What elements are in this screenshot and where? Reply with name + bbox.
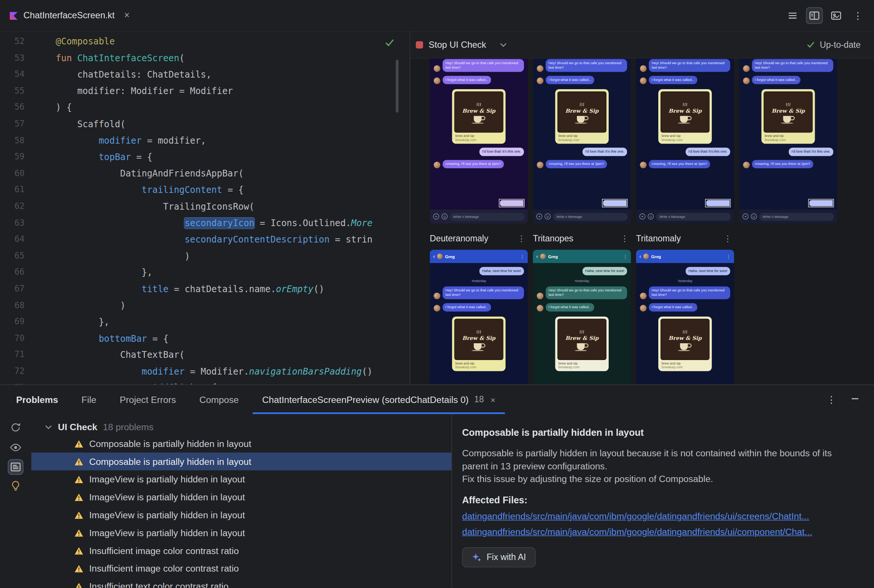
code-line[interactable]: chatDetails: ChatDetails, xyxy=(56,66,372,83)
problem-item[interactable]: Composable is partially hidden in layout xyxy=(32,453,452,471)
split-editor-icon[interactable] xyxy=(806,7,823,24)
structure-menu-icon[interactable] xyxy=(784,7,801,24)
code-line[interactable]: Scaffold( xyxy=(56,116,372,132)
problem-item[interactable]: Insufficient image color contrast ratio xyxy=(32,560,452,578)
link-preview-card[interactable]: Brew & Sipbrew and sipbrew&sip.com xyxy=(658,89,712,144)
preview-phone[interactable]: ‹Greg⋮Haha, next time for sure!Yesterday… xyxy=(636,250,734,384)
code-line[interactable]: @Composable xyxy=(56,34,372,50)
details-view-icon[interactable] xyxy=(8,460,23,474)
add-icon[interactable]: + xyxy=(536,213,542,219)
refresh-icon[interactable] xyxy=(8,420,23,435)
preview-phone[interactable]: ‹Greg⋮Haha, next time for sure!Yesterday… xyxy=(533,250,631,384)
preview-phone[interactable]: ‹Greg⋮Haha, next time for sure!Yesterday… xyxy=(430,250,528,384)
editor-tab[interactable]: ChatInterfaceScreen.kt × xyxy=(0,0,136,32)
preview-phone[interactable]: Hey! Should we go to that cafe you menti… xyxy=(636,58,734,224)
preview-phone[interactable]: Hey! Should we go to that cafe you menti… xyxy=(533,58,631,224)
problem-item[interactable]: ImageView is partially hidden in layout xyxy=(32,471,452,488)
link-preview-card[interactable]: Brew & Sipbrew and sipbrew&sip.com xyxy=(761,89,815,144)
code-line[interactable]: }, xyxy=(56,314,372,330)
problem-item[interactable]: ImageView is partially hidden in layout xyxy=(32,506,452,524)
code-line[interactable]: bottomBar = { xyxy=(56,330,372,346)
message-input-bar[interactable]: +☺Write A Message xyxy=(636,210,734,224)
code-line[interactable]: ) { xyxy=(56,99,372,116)
close-tab-icon[interactable]: × xyxy=(124,10,130,21)
editor-preview-icon[interactable] xyxy=(828,7,844,24)
lightbulb-icon[interactable] xyxy=(8,478,23,493)
problem-item[interactable]: ImageView is partially hidden in layout xyxy=(32,488,452,506)
affected-file-link[interactable]: datingandfriends/src/main/java/com/ibm/g… xyxy=(462,511,858,522)
emoji-icon[interactable]: ☺ xyxy=(751,213,757,219)
code-line[interactable]: ChatTextBar( xyxy=(56,346,372,363)
code-line[interactable]: TrailingIconsRow( xyxy=(56,198,372,215)
tab-project-errors[interactable]: Project Errors xyxy=(108,385,187,414)
inspections-ok-icon[interactable] xyxy=(384,37,395,51)
more-icon[interactable]: ⋮ xyxy=(726,254,731,258)
code-line[interactable]: DatingAndFriendsAppBar( xyxy=(56,165,372,182)
preview-phone[interactable]: Hey! Should we go to that cafe you menti… xyxy=(430,58,528,224)
write-message-input[interactable]: Write A Message xyxy=(553,213,628,220)
stop-ui-check-label[interactable]: Stop UI Check xyxy=(429,40,486,50)
code-line[interactable]: ) xyxy=(56,248,372,264)
code-line[interactable]: }, xyxy=(56,264,372,280)
chevron-down-icon[interactable] xyxy=(500,42,508,47)
more-icon[interactable]: ⋮ xyxy=(618,234,631,244)
link-preview-card[interactable]: Brew & Sipbrew and sipbrew&sip.com xyxy=(452,89,505,144)
tab-chatinterfacescreenpreview-sortedchatdetails-0[interactable]: ChatInterfaceScreenPreview (sortedChatDe… xyxy=(251,385,507,414)
editor-scrollbar[interactable] xyxy=(396,60,398,112)
fix-with-ai-button[interactable]: Fix with AI xyxy=(462,548,536,567)
code-line[interactable]: modifier = Modifier.navigationBarsPaddin… xyxy=(56,363,372,380)
add-icon[interactable]: + xyxy=(433,213,439,219)
problem-item[interactable]: Composable is partially hidden in layout xyxy=(32,435,452,453)
code-editor[interactable]: 5253545556575859606162636465666768697071… xyxy=(0,32,410,384)
tab-file[interactable]: File xyxy=(70,385,108,414)
back-icon[interactable]: ‹ xyxy=(536,253,538,259)
code-line[interactable]: fun ChatInterfaceScreen( xyxy=(56,50,372,66)
code-line[interactable]: modifier = modifier, xyxy=(56,132,372,149)
editor-code[interactable]: @Composablefun ChatInterfaceScreen( chat… xyxy=(56,34,372,385)
chevron-down-icon[interactable] xyxy=(44,424,52,429)
code-line[interactable]: modifier: Modifier = Modifier xyxy=(56,83,372,99)
affected-file-link[interactable]: datingandfriends/src/main/java/com/ibm/g… xyxy=(462,526,858,537)
problem-item[interactable]: Insufficient image color contrast ratio xyxy=(32,542,452,560)
stop-icon[interactable] xyxy=(416,41,423,48)
eye-icon[interactable] xyxy=(8,440,23,455)
add-icon[interactable]: + xyxy=(743,213,749,219)
problem-item[interactable]: Insufficient text color contrast ratio xyxy=(32,577,452,588)
link-preview-card[interactable]: Brew & Sipbrew and sipbrew&sip.com xyxy=(452,317,505,371)
write-message-input[interactable]: Write A Message xyxy=(450,213,524,220)
emoji-icon[interactable]: ☺ xyxy=(545,213,550,219)
code-line[interactable]: secondaryContentDescription = strin xyxy=(56,231,372,248)
add-icon[interactable]: + xyxy=(639,213,645,219)
tab-problems[interactable]: Problems xyxy=(5,385,70,414)
more-icon[interactable]: ⋮ xyxy=(623,254,628,258)
code-line[interactable]: secondaryIcon = Icons.Outlined.More xyxy=(56,215,372,231)
message-input-bar[interactable]: +☺Write A Message xyxy=(430,210,528,224)
code-line[interactable]: topBar = { xyxy=(56,149,372,165)
code-line[interactable]: trailingContent = { xyxy=(56,182,372,198)
problems-group-header[interactable]: UI Check18 problems xyxy=(32,419,452,435)
more-icon[interactable]: ⋮ xyxy=(721,234,734,244)
write-message-input[interactable]: Write A Message xyxy=(759,213,834,220)
minimize-icon[interactable] xyxy=(850,394,859,405)
message-input-bar[interactable]: +☺Write A Message xyxy=(739,210,838,224)
preview-phone[interactable]: Hey! Should we go to that cafe you menti… xyxy=(739,58,838,224)
emoji-icon[interactable]: ☺ xyxy=(442,213,448,219)
back-icon[interactable]: ‹ xyxy=(639,253,641,259)
link-preview-card[interactable]: Brew & Sipbrew and sipbrew&sip.com xyxy=(555,317,609,371)
code-line[interactable]: onAddClick = { xyxy=(56,380,372,385)
link-preview-card[interactable]: Brew & Sipbrew and sipbrew&sip.com xyxy=(658,317,712,371)
more-icon[interactable]: ⋮ xyxy=(515,234,528,244)
close-tab-icon[interactable]: × xyxy=(490,395,495,404)
code-line[interactable]: title = chatDetails.name.orEmpty() xyxy=(56,281,372,297)
more-options-icon[interactable]: ⋮ xyxy=(849,7,866,24)
message-input-bar[interactable]: +☺Write A Message xyxy=(533,210,631,224)
more-icon[interactable]: ⋮ xyxy=(520,254,525,258)
write-message-input[interactable]: Write A Message xyxy=(656,213,731,220)
more-options-icon[interactable]: ⋮ xyxy=(827,394,836,405)
back-icon[interactable]: ‹ xyxy=(433,253,435,259)
tab-compose[interactable]: Compose xyxy=(188,385,251,414)
problem-item[interactable]: ImageView is partially hidden in layout xyxy=(32,524,452,542)
code-line[interactable]: ) xyxy=(56,297,372,314)
emoji-icon[interactable]: ☺ xyxy=(648,213,654,219)
link-preview-card[interactable]: Brew & Sipbrew and sipbrew&sip.com xyxy=(555,89,609,144)
